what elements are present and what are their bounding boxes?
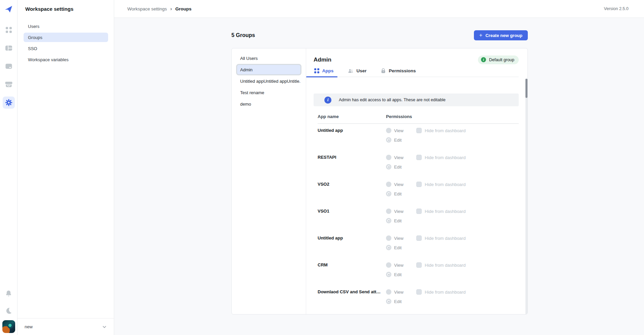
marketplace-icon[interactable] <box>3 78 15 90</box>
hide-from-dashboard-checkbox[interactable] <box>416 262 422 268</box>
tab-permissions[interactable]: Permissions <box>380 68 416 77</box>
table-row: Downlaod CSV and Send attac... View Hide… <box>318 285 519 312</box>
view-radio[interactable] <box>386 182 391 187</box>
group-item-untitled[interactable]: Untitled appUntitled appUntitle... <box>236 75 301 87</box>
hide-label: Hide from dashboard <box>425 182 465 187</box>
chevron-down-icon <box>102 325 107 329</box>
group-list: All Users Admin Untitled appUntitled app… <box>232 48 306 314</box>
apps-permissions-table: App name Permissions Untitled app View <box>318 114 519 312</box>
hide-from-dashboard-checkbox[interactable] <box>416 182 422 187</box>
table-row: Untitled app View Hide from dashboard <box>318 124 519 151</box>
groups-count: 5 Groups <box>231 32 255 38</box>
hide-from-dashboard-checkbox[interactable] <box>416 128 422 133</box>
view-label: View <box>394 155 414 160</box>
table-row: Untitled app View Hide from dashboard <box>318 231 519 258</box>
edit-radio[interactable] <box>386 299 391 304</box>
grid-dots-icon <box>6 27 12 33</box>
edit-label: Edit <box>394 164 401 170</box>
sidebar-nav: Users Groups SSO Workspace variables <box>18 22 114 64</box>
hide-from-dashboard-checkbox[interactable] <box>416 289 422 295</box>
workspace-name: new <box>25 324 33 329</box>
version-label: Version 2.5.0 <box>604 6 629 11</box>
plus-icon: + <box>479 33 482 38</box>
app-name: Untitled app <box>318 127 386 151</box>
info-banner: i Admin has edit access to all apps. The… <box>314 94 519 106</box>
tab-apps[interactable]: Apps <box>314 68 333 77</box>
edit-label: Edit <box>394 218 401 223</box>
view-label: View <box>394 236 414 241</box>
edit-label: Edit <box>394 138 401 143</box>
view-radio[interactable] <box>386 262 391 268</box>
database-icon[interactable] <box>3 60 15 72</box>
edit-label: Edit <box>394 272 401 277</box>
app-name: VSO1 <box>318 208 386 231</box>
icon-rail <box>0 0 18 335</box>
hide-label: Hide from dashboard <box>425 236 465 241</box>
view-label: View <box>394 290 414 295</box>
group-item-admin[interactable]: Admin <box>236 64 301 75</box>
sidebar-item-groups[interactable]: Groups <box>24 33 108 42</box>
vertical-scrollbar[interactable] <box>525 79 527 314</box>
settings-sidebar: Workspace settings Users Groups SSO Work… <box>18 0 114 335</box>
sidebar-title: Workspace settings <box>18 0 114 12</box>
app-name: Untitled app <box>318 234 386 258</box>
edit-radio[interactable] <box>386 191 391 196</box>
green-info-icon: i <box>481 57 486 62</box>
main-content: 5 Groups + Create new group All Users Ad… <box>114 18 644 335</box>
edit-label: Edit <box>394 245 401 250</box>
table-row: VSO2 View Hide from dashboard <box>318 178 519 204</box>
breadcrumb-root[interactable]: Workspace settings <box>127 6 167 11</box>
edit-radio[interactable] <box>386 272 391 277</box>
hide-from-dashboard-checkbox[interactable] <box>416 235 422 241</box>
group-item-test-rename[interactable]: Test rename <box>236 87 301 98</box>
hide-from-dashboard-checkbox[interactable] <box>416 209 422 214</box>
view-radio[interactable] <box>386 209 391 214</box>
view-radio[interactable] <box>386 235 391 241</box>
settings-gear-icon[interactable] <box>3 97 15 109</box>
edit-radio[interactable] <box>386 164 391 170</box>
sidebar-item-users[interactable]: Users <box>24 22 108 31</box>
breadcrumb: Workspace settings › Groups <box>114 6 192 11</box>
app-name: CRM <box>318 261 386 285</box>
view-label: View <box>394 128 414 133</box>
group-item-demo[interactable]: demo <box>236 98 301 110</box>
sidebar-item-workspace-variables[interactable]: Workspace variables <box>24 55 108 64</box>
user-avatar[interactable] <box>2 320 15 333</box>
table-row: VSO1 View Hide from dashboard <box>318 204 519 231</box>
notifications-bell-icon[interactable] <box>0 290 17 297</box>
apps-grid-icon[interactable] <box>3 24 15 36</box>
users-icon <box>348 69 353 73</box>
table-header: App name Permissions <box>318 114 519 124</box>
hide-from-dashboard-checkbox[interactable] <box>416 155 422 160</box>
info-banner-text: Admin has edit access to all apps. These… <box>339 98 446 102</box>
view-radio[interactable] <box>386 289 391 295</box>
view-label: View <box>394 182 414 187</box>
topbar: Workspace settings › Groups Version 2.5.… <box>114 0 644 18</box>
edit-radio[interactable] <box>386 245 391 250</box>
create-new-group-button[interactable]: + Create new group <box>474 30 528 40</box>
edit-radio[interactable] <box>386 218 391 223</box>
hide-label: Hide from dashboard <box>425 263 465 268</box>
blue-info-icon: i <box>324 97 331 104</box>
view-radio[interactable] <box>386 128 391 133</box>
group-title: Admin <box>314 57 331 63</box>
workspace-switcher[interactable]: new <box>18 318 114 335</box>
hide-label: Hide from dashboard <box>425 209 465 214</box>
app-root: Workspace settings Users Groups SSO Work… <box>0 0 644 335</box>
tab-user[interactable]: User <box>347 68 366 77</box>
dark-mode-moon-icon[interactable] <box>0 307 17 314</box>
dashboards-icon[interactable] <box>3 42 15 54</box>
sidebar-item-sso[interactable]: SSO <box>24 44 108 53</box>
scrollbar-thumb[interactable] <box>525 79 527 98</box>
group-item-all-users[interactable]: All Users <box>236 52 301 64</box>
view-radio[interactable] <box>386 155 391 160</box>
groups-card: All Users Admin Untitled appUntitled app… <box>231 48 528 314</box>
edit-label: Edit <box>394 191 401 196</box>
edit-radio[interactable] <box>386 137 391 143</box>
detail-tabs: Apps User <box>314 68 519 77</box>
hide-label: Hide from dashboard <box>425 290 465 295</box>
view-label: View <box>394 263 414 268</box>
edit-label: Edit <box>394 299 401 304</box>
table-row: CRM View Hide from dashboard <box>318 258 519 285</box>
tooljet-logo-icon[interactable] <box>4 5 13 13</box>
